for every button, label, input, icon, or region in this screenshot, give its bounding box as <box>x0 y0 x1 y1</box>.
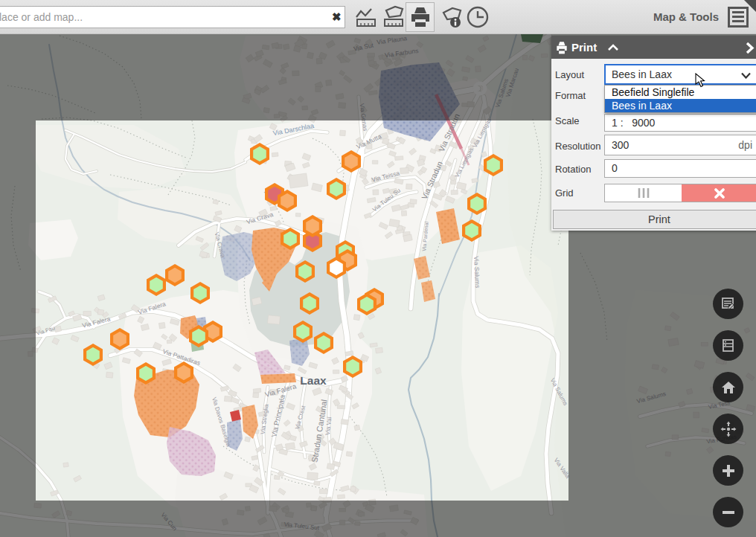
svg-text:Laax: Laax <box>300 374 327 387</box>
